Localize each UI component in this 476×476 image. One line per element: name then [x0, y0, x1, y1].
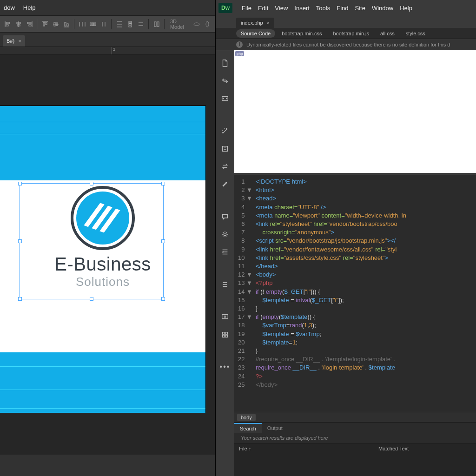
comment-icon[interactable] — [220, 212, 230, 221]
code-lines[interactable]: <!DOCTYPE html><html><head><meta charset… — [253, 175, 476, 412]
distribute-v-icon[interactable] — [114, 18, 124, 30]
subtab-bootstrap-js[interactable]: bootstrap.min.js — [328, 29, 374, 38]
menu-help[interactable]: Help — [400, 5, 412, 12]
snippet-icon[interactable] — [220, 144, 230, 153]
canvas-area[interactable]: E-Business Solutions — [0, 55, 215, 455]
updown-icon[interactable] — [220, 76, 230, 86]
left-document-tabs: B#) × — [0, 33, 215, 46]
search-placeholder-text: Your search results are displayed here — [234, 433, 476, 443]
align-left-icon[interactable] — [3, 18, 13, 30]
align-vcenter-icon[interactable] — [51, 18, 60, 30]
file-tab-label: index.php — [241, 20, 263, 26]
tab-search[interactable]: Search — [234, 423, 262, 433]
menu-edit[interactable]: Edit — [258, 5, 268, 12]
preview-icon[interactable] — [220, 312, 230, 322]
selection-handle[interactable] — [18, 239, 22, 243]
menu-window[interactable]: dow — [4, 4, 15, 11]
menu-file[interactable]: File — [242, 5, 251, 12]
toolbar-3d-label: 3D Model — [167, 19, 191, 30]
svg-rect-46 — [223, 332, 225, 335]
code-editor[interactable]: 1 2 ▼3 ▼4 5 6 7 8 9 10 11 12 ▼13 ▼14 ▼15… — [234, 175, 476, 412]
document-tab-label: B#) — [7, 38, 14, 44]
menu-insert[interactable]: Insert — [294, 5, 310, 12]
svg-rect-29 — [129, 21, 132, 23]
wand-icon[interactable] — [220, 126, 230, 136]
collapse-icon[interactable] — [220, 280, 230, 289]
subtab-source-code[interactable]: Source Code — [236, 29, 275, 38]
distribute-hr-icon[interactable] — [99, 18, 108, 30]
svg-rect-35 — [157, 22, 159, 26]
new-file-icon[interactable] — [220, 59, 230, 68]
menu-window[interactable]: Window — [372, 5, 393, 12]
tag-chip-body[interactable]: body — [237, 414, 256, 421]
search-col-file[interactable]: File ↑ — [234, 444, 374, 454]
svg-rect-47 — [225, 332, 228, 335]
guide-line[interactable] — [0, 390, 205, 390]
rotate-3d2-icon[interactable] — [202, 18, 212, 30]
left-align-toolbar: 3D Model — [0, 16, 215, 33]
selection-handle[interactable] — [90, 297, 93, 301]
svg-rect-7 — [27, 22, 31, 24]
horizontal-ruler[interactable]: 2 — [0, 46, 215, 55]
php-badge: php — [235, 51, 244, 56]
guide-line[interactable] — [0, 134, 205, 134]
gear-icon[interactable] — [220, 230, 230, 239]
tab-output[interactable]: Output — [262, 423, 288, 433]
svg-rect-2 — [6, 25, 8, 26]
align-top-icon[interactable] — [40, 18, 50, 30]
file-tab-index[interactable]: index.php × — [236, 18, 274, 28]
selection-handle[interactable] — [18, 297, 22, 301]
dw-file-tabs: index.php × — [216, 16, 476, 28]
rotate-3d-icon[interactable] — [192, 18, 201, 30]
artboard[interactable]: E-Business Solutions — [0, 106, 205, 413]
guide-line[interactable] — [0, 366, 205, 367]
grid-icon[interactable] — [220, 330, 230, 339]
svg-rect-23 — [94, 23, 96, 26]
document-tab[interactable]: B#) × — [3, 35, 25, 46]
distribute-hc-icon[interactable] — [88, 18, 98, 30]
swap-icon[interactable] — [220, 162, 230, 171]
align-hcenter-icon[interactable] — [13, 18, 23, 30]
warning-text: Dynamically-related files cannot be disc… — [246, 42, 450, 47]
code-icon[interactable] — [220, 94, 230, 103]
selection-handle[interactable] — [161, 182, 165, 185]
menu-site[interactable]: Site — [355, 5, 365, 12]
svg-rect-49 — [225, 335, 228, 337]
indent-icon[interactable] — [220, 247, 230, 257]
left-menubar: dow Help — [0, 0, 215, 16]
selection-handle[interactable] — [90, 182, 93, 185]
guide-line[interactable] — [0, 122, 205, 122]
menu-find[interactable]: Find — [337, 5, 348, 12]
subtab-style-css[interactable]: style.css — [401, 29, 430, 38]
close-icon[interactable]: × — [267, 20, 270, 26]
svg-rect-22 — [92, 23, 93, 26]
dw-related-files: Source Code bootstrap.min.css bootstrap.… — [216, 28, 476, 39]
menu-tools[interactable]: Tools — [316, 5, 330, 12]
align-right-icon[interactable] — [24, 18, 34, 30]
subtab-bootstrap-css[interactable]: bootstrap.min.css — [277, 29, 326, 38]
selection-handle[interactable] — [161, 297, 165, 301]
menu-help[interactable]: Help — [23, 4, 36, 11]
subtab-all-css[interactable]: all.css — [376, 29, 399, 38]
svg-rect-31 — [129, 26, 132, 27]
wrench-icon[interactable] — [220, 179, 230, 189]
selection-handle[interactable] — [18, 182, 22, 185]
live-preview-pane[interactable]: php — [234, 50, 476, 175]
more-icon[interactable]: ••• — [220, 363, 231, 371]
svg-point-37 — [206, 21, 209, 27]
distribute-h-icon[interactable] — [77, 18, 87, 30]
left-statusbar — [0, 455, 215, 476]
distribute-vb-icon[interactable] — [136, 18, 145, 30]
svg-rect-30 — [129, 23, 132, 25]
illustrator-window: dow Help 3D Model — [0, 0, 215, 476]
warning-icon: i — [236, 41, 243, 48]
close-icon[interactable]: × — [18, 38, 21, 44]
align-bottom-icon[interactable] — [61, 18, 71, 30]
spacing-icon[interactable] — [152, 18, 161, 30]
selection-handle[interactable] — [161, 239, 165, 243]
selection-box[interactable] — [20, 183, 164, 299]
menu-view[interactable]: View — [275, 5, 288, 12]
distribute-vc-icon[interactable] — [125, 18, 135, 30]
guide-line[interactable] — [0, 408, 205, 409]
search-col-matched[interactable]: Matched Text — [374, 444, 413, 454]
